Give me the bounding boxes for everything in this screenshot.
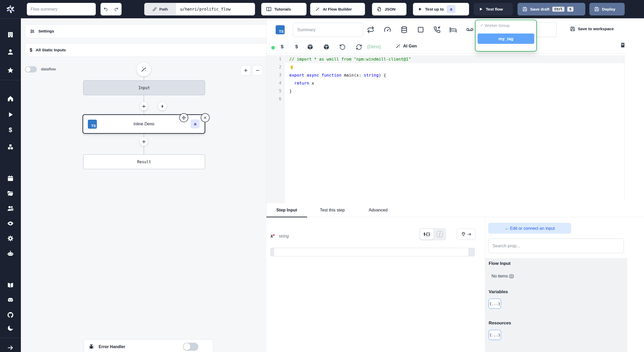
mock-voicemail-icon[interactable] <box>466 26 474 34</box>
tab-step-input-label: Step Input <box>276 208 297 212</box>
retries-icon[interactable] <box>367 26 375 34</box>
github-icon[interactable] <box>7 312 14 318</box>
all-static-inputs-card[interactable]: $ All Static Inputs <box>25 43 272 57</box>
worker-group-selected-tag[interactable]: my_tag <box>478 34 534 44</box>
field-value-input[interactable] <box>270 248 475 256</box>
settings-gear-icon[interactable] <box>7 235 14 242</box>
undo-button[interactable] <box>101 3 111 15</box>
cache-database-icon[interactable] <box>400 26 408 34</box>
runtime-label[interactable]: (Deno) <box>367 44 381 50</box>
file-json-icon <box>377 7 382 12</box>
close-icon <box>203 116 207 120</box>
audit-eye-icon[interactable] <box>7 220 14 227</box>
path-value[interactable]: u/henri/prolific_flow <box>176 3 255 15</box>
schedules-calendar-icon[interactable] <box>7 175 14 182</box>
variables-dollar-icon[interactable]: $ <box>7 126 14 134</box>
save-icon <box>570 26 575 31</box>
function-mode-button[interactable]: f <box>435 229 445 240</box>
flow-settings-card[interactable]: Settings <box>25 24 272 38</box>
delete-step-button[interactable] <box>201 113 210 122</box>
field-type: string <box>279 234 289 239</box>
lint-status-dot <box>271 46 275 50</box>
undo-icon <box>103 7 108 12</box>
zoom-out-button[interactable] <box>252 65 263 76</box>
early-stop-square-icon[interactable] <box>417 26 425 34</box>
runs-icon[interactable] <box>7 111 14 118</box>
plus-icon <box>142 104 146 109</box>
dataflow-label: dataflow <box>41 67 56 71</box>
bug-icon <box>88 344 94 350</box>
path-edit-button[interactable]: Path <box>145 3 176 15</box>
test-flow-button[interactable]: Test flow <box>474 3 513 15</box>
workspace-icon[interactable] <box>7 31 14 38</box>
reload-icon[interactable] <box>356 44 362 50</box>
code-content[interactable]: // import * as wmill from "npm:windmill-… <box>289 55 624 103</box>
code-editor[interactable]: 123456 // import * as wmill from "npm:wi… <box>267 54 624 200</box>
worker-group-option[interactable]: ✓ Worker Group <box>476 20 536 28</box>
flow-input-node[interactable]: Input <box>83 80 205 95</box>
tab-test-this-step[interactable]: Test this step <box>307 203 358 217</box>
tab-advanced[interactable]: Advanced <box>358 203 399 217</box>
add-trigger-button[interactable] <box>158 102 167 111</box>
groups-icon[interactable] <box>7 205 14 212</box>
ai-wand-button[interactable] <box>137 62 151 77</box>
workers-bot-icon[interactable] <box>7 250 14 257</box>
expand-sidebar-arrow-icon[interactable] <box>7 344 14 351</box>
package-icon[interactable] <box>307 43 314 51</box>
connect-input-button[interactable] <box>457 228 476 240</box>
package-icon[interactable] <box>323 43 330 51</box>
tutorials-button[interactable]: Tutorials <box>261 3 307 15</box>
zoom-in-button[interactable] <box>240 65 251 76</box>
lightbulb-icon[interactable] <box>289 65 294 70</box>
save-icon <box>594 7 599 12</box>
input-node-label: Input <box>138 86 150 90</box>
resource-picker-dollar-icon[interactable]: $ <box>295 44 298 50</box>
ai-flow-builder-button[interactable]: AI Flow Builder <box>310 3 365 15</box>
user-icon[interactable] <box>7 48 14 55</box>
variables-chip[interactable]: {...} <box>489 299 501 309</box>
variable-picker-dollar-icon[interactable]: $ <box>281 44 284 50</box>
reset-code-icon[interactable] <box>339 44 346 50</box>
error-handler-toggle[interactable] <box>183 343 198 351</box>
dark-mode-moon-icon[interactable] <box>7 325 14 332</box>
json-button[interactable]: JSON <box>372 3 406 15</box>
home-icon[interactable] <box>7 95 14 102</box>
redo-button[interactable] <box>111 3 122 15</box>
flow-result-node[interactable]: Result <box>83 154 205 169</box>
dataflow-toggle[interactable] <box>25 66 37 72</box>
move-step-button[interactable] <box>179 113 188 122</box>
deploy-label: Deploy <box>602 7 615 12</box>
resources-blocks-icon[interactable] <box>7 143 14 150</box>
search-prop-input[interactable] <box>488 239 624 253</box>
windmill-logo[interactable] <box>0 0 21 18</box>
docs-book-icon[interactable] <box>7 282 14 289</box>
save-draft-button[interactable]: Save draft Ctrl S <box>518 3 585 15</box>
template-mode-button[interactable]: ${} <box>420 229 434 240</box>
tab-step-input[interactable]: Step Input <box>266 203 307 217</box>
add-step-button[interactable] <box>139 102 148 111</box>
flow-summary-input[interactable] <box>27 3 96 15</box>
worker-group-dropdown: ✓ Worker Group my_tag <box>475 20 537 52</box>
resources-chip[interactable]: {...} <box>489 330 501 340</box>
input-value[interactable] <box>274 248 469 256</box>
folders-icon[interactable] <box>7 190 14 197</box>
deploy-button[interactable]: Deploy <box>589 3 625 15</box>
suspend-phone-icon[interactable] <box>433 26 441 34</box>
undo-redo-group <box>100 3 122 15</box>
add-step-button[interactable] <box>139 137 148 146</box>
ai-gen-button[interactable]: AI Gen <box>394 43 418 49</box>
test-up-to-button[interactable]: Test up to a <box>413 3 469 15</box>
error-handler-card[interactable]: Error Handler <box>84 339 213 352</box>
sleep-bed-icon[interactable] <box>449 26 457 34</box>
library-book-icon[interactable] <box>620 42 625 48</box>
tab-advanced-label: Advanced <box>369 208 387 212</box>
minus-icon <box>255 68 260 73</box>
save-to-workspace-button[interactable]: Save to workspace <box>569 26 615 32</box>
step-input-panel: x* string ${} f <box>266 217 485 352</box>
discord-icon[interactable] <box>7 297 14 304</box>
favorites-star-icon[interactable] <box>7 67 14 74</box>
edit-or-connect-button[interactable]: ← Edit or connect an input <box>488 223 571 234</box>
concurrency-gauge-icon[interactable] <box>384 26 391 34</box>
step-summary-input[interactable] <box>293 23 363 37</box>
settings-label: Settings <box>38 29 54 34</box>
